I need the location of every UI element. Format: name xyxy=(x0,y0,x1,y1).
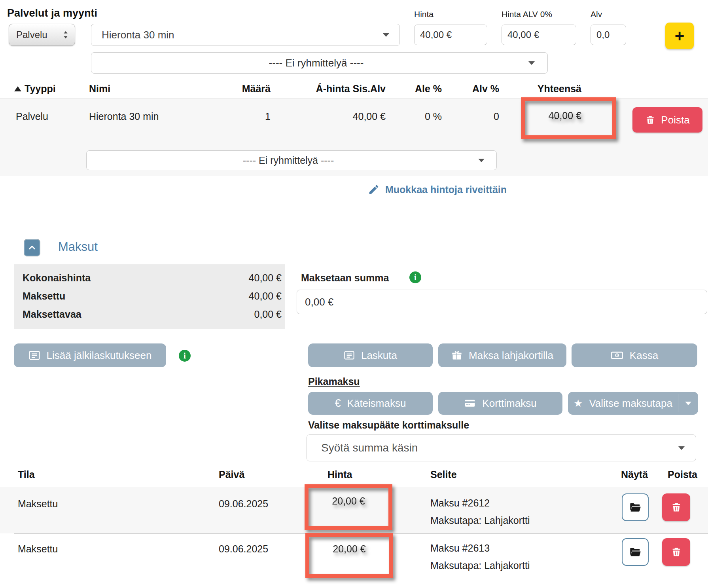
totals-row-total: Kokonaishinta 40,00 € xyxy=(23,272,282,290)
chevron-down-icon xyxy=(528,61,535,65)
choose-method-dropdown-toggle[interactable] xyxy=(678,402,698,405)
item-total-cell: 40,00 € xyxy=(549,110,581,121)
info-icon[interactable]: i xyxy=(409,271,421,283)
column-header-ahinta[interactable]: Á-hinta Sis.Alv xyxy=(271,83,386,95)
payment-price-annotation-box: 20,00 € xyxy=(305,484,392,530)
info-icon[interactable]: i xyxy=(179,350,191,362)
totals-value: 40,00 € xyxy=(249,290,282,309)
totals-row-due: Maksettavaa 0,00 € xyxy=(23,309,282,327)
pay-amount-input[interactable]: 0,00 € xyxy=(297,290,707,314)
column-header-maara[interactable]: Määrä xyxy=(221,83,271,95)
card-payment-button[interactable]: Korttimaksu xyxy=(438,392,562,415)
column-header-alv[interactable]: Alv % xyxy=(442,83,499,95)
price-label: Hinta xyxy=(414,9,434,19)
terminal-select[interactable]: Syötä summa käsin xyxy=(307,434,696,461)
vat-input[interactable]: 0,0 xyxy=(591,25,626,45)
trash-icon xyxy=(671,502,682,513)
folder-open-icon xyxy=(629,546,642,558)
chevron-down-icon xyxy=(685,402,691,405)
pay-with-giftcard-button[interactable]: Maksa lahjakortilla xyxy=(438,343,566,367)
payment-date: 09.06.2025 xyxy=(219,498,268,510)
list-icon xyxy=(28,349,40,361)
choose-method-main[interactable]: ★ Valitse maksutapa xyxy=(568,397,678,410)
payment-description-line2: Maksutapa: Lahjakortti xyxy=(430,514,530,526)
view-payment-button[interactable] xyxy=(622,538,649,566)
item-type-cell: Palvelu xyxy=(16,110,48,122)
totals-value: 0,00 € xyxy=(254,309,282,327)
item-discount-cell: 0 % xyxy=(386,110,442,122)
cash-payment-button[interactable]: € Käteismaksu xyxy=(308,392,433,415)
choose-method-button[interactable]: ★ Valitse maksutapa xyxy=(568,392,698,415)
add-item-button[interactable]: + xyxy=(665,23,694,49)
invoice-icon xyxy=(344,350,355,361)
card-payment-label: Korttimaksu xyxy=(482,397,536,410)
payment-status: Maksettu xyxy=(18,498,58,510)
collapse-payments-button[interactable] xyxy=(24,239,40,256)
totals-label: Maksettu xyxy=(23,290,249,309)
register-button-label: Kassa xyxy=(630,349,658,362)
payment-date: 09.06.2025 xyxy=(219,543,268,555)
pencil-icon xyxy=(368,184,380,195)
grouping-select[interactable]: ---- Ei ryhmittelyä ---- xyxy=(91,52,548,74)
price-input[interactable]: 40,00 € xyxy=(414,25,487,45)
totals-label: Kokonaishinta xyxy=(23,272,249,290)
edit-prices-link[interactable]: Muokkaa hintoja riveittäin xyxy=(368,184,507,195)
view-payment-button[interactable] xyxy=(622,493,649,521)
folder-open-icon xyxy=(629,501,642,514)
column-header-nimi[interactable]: Nimi xyxy=(89,83,110,95)
delete-item-button[interactable]: Poista xyxy=(632,107,702,133)
column-header-yhteensa[interactable]: Yhteensä xyxy=(499,83,581,95)
row-grouping-select-value: ---- Ei ryhmittelyä ---- xyxy=(98,155,478,166)
row-grouping-select[interactable]: ---- Ei ryhmittelyä ---- xyxy=(86,150,497,170)
trash-icon xyxy=(671,546,682,558)
pos-sale-page: Palvelut ja myynti Hinta Hinta ALV 0% Al… xyxy=(0,0,708,588)
grouping-select-value: ---- Ei ryhmittelyä ---- xyxy=(104,57,528,69)
pay-amount-label: Maksetaan summa xyxy=(301,272,389,284)
price-vat0-input[interactable]: 40,00 € xyxy=(502,25,576,45)
delete-item-label: Poista xyxy=(661,114,689,126)
payment-description-line1: Maksu #2612 xyxy=(430,497,490,509)
column-header-tyyppi[interactable]: Tyyppi xyxy=(14,83,56,95)
credit-card-icon xyxy=(464,398,476,408)
trash-icon xyxy=(645,115,655,125)
add-to-post-invoice-button[interactable]: Lisää jälkilaskutukseen xyxy=(14,343,166,367)
invoice-button[interactable]: Laskuta xyxy=(308,343,433,367)
payment-price: 20,00 € xyxy=(332,495,365,506)
chevron-down-icon xyxy=(383,33,389,37)
sort-ascending-icon xyxy=(14,86,21,91)
services-section-title: Palvelut ja myynti xyxy=(7,7,97,19)
totals-label: Maksettavaa xyxy=(23,309,254,327)
chevron-up-icon xyxy=(28,243,36,252)
chevron-down-icon xyxy=(478,159,485,162)
updown-arrows-icon xyxy=(61,30,70,40)
payment-totals-table: Kokonaishinta 40,00 € Maksettu 40,00 € M… xyxy=(14,264,285,329)
cash-payment-label: Käteismaksu xyxy=(347,397,406,410)
star-icon: ★ xyxy=(574,397,583,410)
terminal-select-label: Valitse maksupääte korttimaksulle xyxy=(308,419,469,431)
item-type-select[interactable]: Palvelu xyxy=(9,24,75,46)
payments-header-nayta: Näytä xyxy=(621,469,648,480)
item-vat-cell: 0 xyxy=(442,110,499,122)
column-header-ale[interactable]: Ale % xyxy=(386,83,442,95)
delete-payment-button[interactable] xyxy=(662,538,690,566)
payments-header-paiva: Päivä xyxy=(219,469,244,480)
delete-payment-button[interactable] xyxy=(662,493,690,521)
total-price-annotation-box: 40,00 € xyxy=(521,97,616,139)
banknote-icon xyxy=(611,350,623,361)
payments-header-selite: Selite xyxy=(430,469,457,480)
payments-section-title: Maksut xyxy=(58,240,98,254)
quick-pay-label: Pikamaksu xyxy=(308,376,360,387)
chevron-down-icon xyxy=(678,446,685,450)
totals-row-paid: Maksettu 40,00 € xyxy=(23,290,282,309)
payment-description-line2: Maksutapa: Lahjakortti xyxy=(430,560,530,571)
register-button[interactable]: Kassa xyxy=(572,343,697,367)
add-to-post-invoice-label: Lisää jälkilaskutukseen xyxy=(47,349,152,362)
totals-value: 40,00 € xyxy=(249,272,282,290)
service-select[interactable]: Hieronta 30 min xyxy=(91,24,400,46)
invoice-button-label: Laskuta xyxy=(361,349,397,362)
payment-description-line1: Maksu #2613 xyxy=(430,542,490,554)
item-quantity-cell: 1 xyxy=(221,110,271,122)
payments-header-hinta: Hinta xyxy=(327,469,352,480)
edit-prices-link-label: Muokkaa hintoja riveittäin xyxy=(385,184,507,195)
service-select-value: Hieronta 30 min xyxy=(102,29,383,41)
